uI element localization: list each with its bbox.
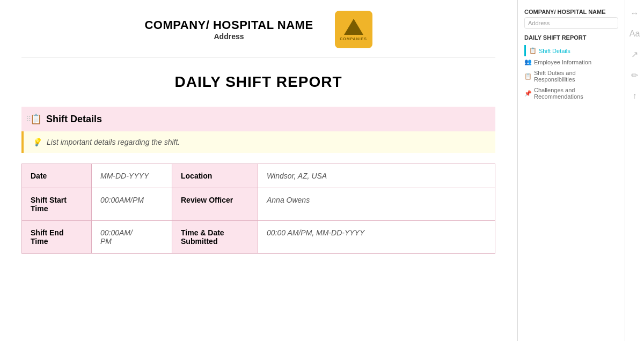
sidebar-shift-details-link[interactable]: Shift Details bbox=[539, 48, 570, 54]
shift-details-heading: 📋 Shift Details bbox=[21, 107, 495, 131]
drag-handle-icon[interactable]: ⠿ bbox=[26, 115, 31, 123]
logo-triangle-icon bbox=[344, 19, 363, 35]
sidebar-nav: 📋 Shift Details 👥 Employee Information 📋… bbox=[524, 45, 618, 102]
shift-end-label: Shift End Time bbox=[22, 221, 92, 254]
edit2-icon[interactable]: ✏ bbox=[631, 70, 638, 80]
sidebar-challenges-label: Challenges and Recommendations bbox=[534, 87, 618, 100]
hint-text: List important details regarding the shi… bbox=[47, 138, 180, 146]
report-title: DAILY SHIFT REPORT bbox=[21, 73, 495, 91]
expand-icon[interactable]: ↔ bbox=[631, 9, 639, 18]
location-label: Location bbox=[172, 164, 258, 188]
shift-end-value: 00:00AM/PM bbox=[92, 221, 172, 254]
sidebar-item-challenges[interactable]: 📌 Challenges and Recommendations bbox=[524, 85, 618, 102]
sidebar-item-shift-duties[interactable]: 📋 Shift Duties and Responsibilities bbox=[524, 68, 618, 85]
review-officer-label: Review Officer bbox=[172, 188, 258, 221]
font-icon[interactable]: Aa bbox=[630, 29, 640, 39]
date-value: MM-DD-YYYY bbox=[92, 164, 172, 188]
hint-box: 💡 List important details regarding the s… bbox=[21, 131, 495, 153]
main-document: COMPANY/ HOSPITAL NAME Address COMPANIES… bbox=[0, 0, 517, 341]
date-label: Date bbox=[22, 164, 92, 188]
table-row: Shift End Time 00:00AM/PM Time & DateSub… bbox=[22, 221, 495, 254]
upload-icon[interactable]: ↑ bbox=[633, 91, 637, 101]
company-address: Address bbox=[144, 32, 313, 41]
shift-start-value: 00:00AM/PM bbox=[92, 188, 172, 221]
time-date-submitted-value: 00:00 AM/PM, MM-DD-YYYY bbox=[258, 221, 495, 254]
shift-details-label: Shift Details bbox=[46, 114, 102, 125]
company-name: COMPANY/ HOSPITAL NAME bbox=[144, 18, 313, 32]
sidebar: COMPANY/ HOSPITAL NAME Address DAILY SHI… bbox=[517, 0, 625, 341]
table-row: Shift StartTime 00:00AM/PM Review Office… bbox=[22, 188, 495, 221]
sidebar-address: Address bbox=[524, 17, 618, 29]
shift-details-icon: 📋 bbox=[30, 113, 42, 125]
shift-details-section: ⠿ 📋 Shift Details bbox=[21, 107, 495, 131]
table-row: Date MM-DD-YYYY Location Windsor, AZ, US… bbox=[22, 164, 495, 188]
hint-icon: 💡 bbox=[32, 138, 41, 146]
sidebar-shift-details-icon: 📋 bbox=[529, 47, 537, 54]
sidebar-report-title: DAILY SHIFT REPORT bbox=[524, 34, 618, 41]
review-officer-value: Anna Owens bbox=[258, 188, 495, 221]
sidebar-challenges-icon: 📌 bbox=[524, 90, 532, 97]
location-value: Windsor, AZ, USA bbox=[258, 164, 495, 188]
sidebar-employee-info-icon: 👥 bbox=[524, 58, 532, 65]
company-logo: COMPANIES bbox=[335, 11, 372, 48]
shift-details-table: Date MM-DD-YYYY Location Windsor, AZ, US… bbox=[21, 164, 495, 254]
edit1-icon[interactable]: ↗ bbox=[631, 49, 638, 60]
header-text: COMPANY/ HOSPITAL NAME Address bbox=[144, 18, 313, 41]
sidebar-shift-duties-label: Shift Duties and Responsibilities bbox=[534, 70, 618, 83]
time-date-submitted-label: Time & DateSubmitted bbox=[172, 221, 258, 254]
sidebar-employee-info-label: Employee Information bbox=[534, 59, 591, 65]
sidebar-right-toolbar: ↔ Aa ↗ ✏ ↑ bbox=[625, 0, 644, 341]
shift-start-label: Shift StartTime bbox=[22, 188, 92, 221]
sidebar-item-shift-details[interactable]: 📋 Shift Details bbox=[524, 45, 618, 56]
sidebar-shift-duties-icon: 📋 bbox=[524, 73, 532, 80]
sidebar-company-name: COMPANY/ HOSPITAL NAME bbox=[524, 9, 618, 15]
sidebar-item-employee-info[interactable]: 👥 Employee Information bbox=[524, 56, 618, 68]
logo-text: COMPANIES bbox=[340, 37, 367, 41]
doc-header: COMPANY/ HOSPITAL NAME Address COMPANIES bbox=[21, 11, 495, 57]
